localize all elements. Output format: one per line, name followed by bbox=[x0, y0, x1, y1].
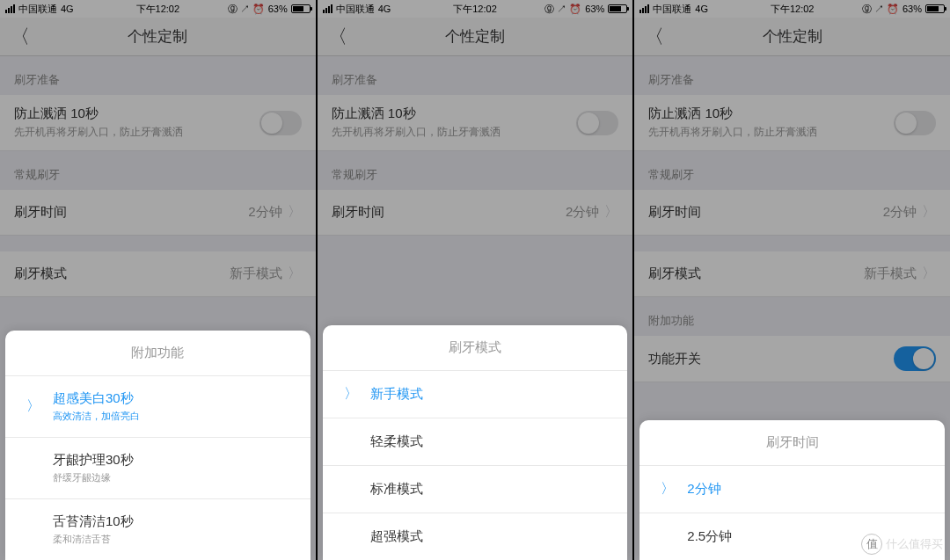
watermark-text: 什么值得买 bbox=[886, 536, 943, 552]
action-sheet-mode: 刷牙模式 〉 新手模式 〉 轻柔模式 〉 标准模式 〉 超强模式 bbox=[323, 325, 628, 560]
sheet-option[interactable]: 〉 牙龈护理30秒舒缓牙龈边缘 bbox=[5, 438, 311, 499]
action-sheet-extra: 附加功能 〉 超感美白30秒高效清洁，加倍亮白 〉 牙龈护理30秒舒缓牙龈边缘 … bbox=[5, 331, 311, 560]
sheet-option[interactable]: 〉 超感美白30秒高效清洁，加倍亮白 bbox=[5, 376, 311, 438]
check-icon: 〉 bbox=[26, 397, 40, 416]
sheet-option[interactable]: 〉 标准模式 bbox=[323, 466, 628, 513]
watermark: 值 什么值得买 bbox=[861, 534, 943, 555]
check-icon: 〉 bbox=[661, 480, 675, 498]
sheet-option[interactable]: 〉 超强模式 bbox=[323, 513, 628, 560]
sheet-option[interactable]: 〉 2分钟 bbox=[639, 466, 945, 513]
phone-screen-1: 中国联通 4G 下午12:02 ⓖ ↗ ⏰ 63% 〈 个性定制 刷牙准备 防止… bbox=[0, 0, 316, 560]
check-icon: 〉 bbox=[344, 385, 358, 404]
phone-screen-2: 中国联通 4G 下午12:02 ⓖ ↗ ⏰ 63% 〈 个性定制 刷牙准备 防止… bbox=[318, 0, 633, 560]
sheet-option[interactable]: 〉 新手模式 bbox=[323, 371, 628, 418]
sheet-title: 附加功能 bbox=[5, 331, 311, 376]
watermark-icon: 值 bbox=[861, 534, 882, 555]
phone-screen-3: 中国联通 4G 下午12:02 ⓖ ↗ ⏰ 63% 〈 个性定制 刷牙准备 防止… bbox=[634, 0, 950, 560]
sheet-option[interactable]: 〉 舌苔清洁10秒柔和清洁舌苔 bbox=[5, 499, 311, 560]
sheet-option[interactable]: 〉 轻柔模式 bbox=[323, 418, 628, 466]
